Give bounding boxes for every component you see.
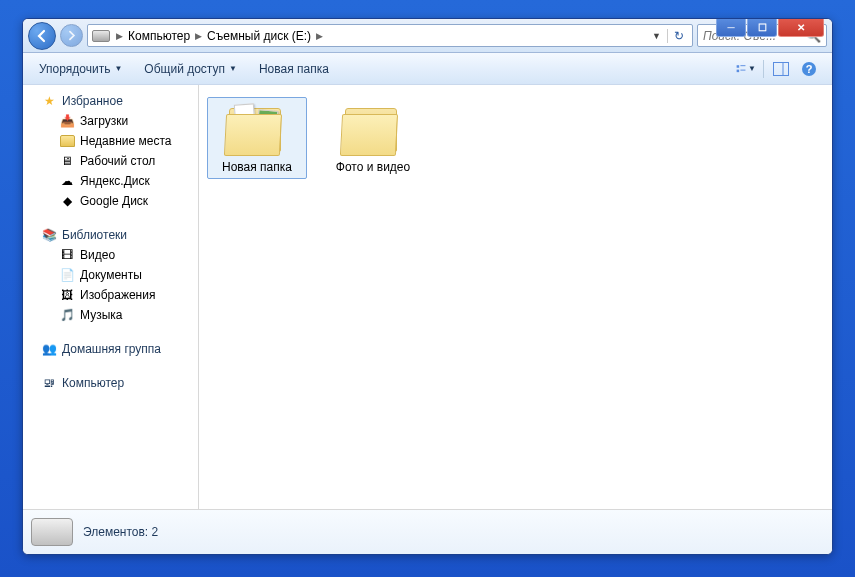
sidebar-computer[interactable]: 🖳 Компьютер <box>23 373 198 393</box>
sidebar-favorites[interactable]: ★ Избранное <box>23 91 198 111</box>
svg-rect-1 <box>740 65 745 66</box>
downloads-icon: 📥 <box>59 113 75 129</box>
navigation-bar: ▶ Компьютер ▶ Съемный диск (E:) ▶ ▼ ↻ 🔍 <box>23 19 832 53</box>
navigation-pane[interactable]: ★ Избранное 📥 Загрузки Недавние места 🖥 … <box>23 85 199 509</box>
preview-pane-button[interactable] <box>770 59 792 79</box>
sidebar-item-downloads[interactable]: 📥 Загрузки <box>23 111 198 131</box>
sidebar-item-images[interactable]: 🖼 Изображения <box>23 285 198 305</box>
file-view[interactable]: Новая папка Фото и видео <box>199 85 832 509</box>
breadcrumb-drive[interactable]: Съемный диск (E:) <box>204 29 314 43</box>
sidebar-item-recent[interactable]: Недавние места <box>23 131 198 151</box>
forward-button[interactable] <box>60 24 83 47</box>
sidebar-homegroup[interactable]: 👥 Домашняя группа <box>23 339 198 359</box>
back-button[interactable] <box>28 22 56 50</box>
homegroup-icon: 👥 <box>41 341 57 357</box>
minimize-button[interactable]: ─ <box>716 18 746 37</box>
drive-icon <box>31 518 73 546</box>
sidebar-item-music[interactable]: 🎵 Музыка <box>23 305 198 325</box>
sidebar-item-yandex[interactable]: ☁ Яндекс.Диск <box>23 171 198 191</box>
cloud-icon: ☁ <box>59 173 75 189</box>
sidebar-item-video[interactable]: 🎞 Видео <box>23 245 198 265</box>
status-item-count: Элементов: 2 <box>83 525 158 539</box>
explorer-body: ★ Избранное 📥 Загрузки Недавние места 🖥 … <box>23 85 832 509</box>
toolbar: Упорядочить ▼ Общий доступ ▼ Новая папка… <box>23 53 832 85</box>
desktop-icon: 🖥 <box>59 153 75 169</box>
chevron-down-icon: ▼ <box>748 64 756 73</box>
svg-rect-4 <box>774 62 789 75</box>
toolbar-divider <box>763 60 764 78</box>
breadcrumb-computer[interactable]: Компьютер <box>125 29 193 43</box>
sidebar-item-documents[interactable]: 📄 Документы <box>23 265 198 285</box>
music-icon: 🎵 <box>59 307 75 323</box>
svg-rect-0 <box>737 65 740 68</box>
document-icon: 📄 <box>59 267 75 283</box>
libraries-icon: 📚 <box>41 227 57 243</box>
chevron-down-icon: ▼ <box>229 64 237 73</box>
folder-icon <box>225 104 289 156</box>
new-folder-label: Новая папка <box>259 62 329 76</box>
view-mode-button[interactable]: ▼ <box>735 59 757 79</box>
video-icon: 🎞 <box>59 247 75 263</box>
chevron-right-icon: ▶ <box>114 31 125 41</box>
folder-item-new[interactable]: Новая папка <box>207 97 307 179</box>
svg-rect-2 <box>737 69 740 72</box>
window-controls: ─ ☐ ✕ <box>716 18 824 37</box>
sidebar-item-desktop[interactable]: 🖥 Рабочий стол <box>23 151 198 171</box>
chevron-down-icon: ▼ <box>114 64 122 73</box>
folder-item-photos[interactable]: Фото и видео <box>323 97 423 179</box>
status-bar: Элементов: 2 <box>23 509 832 554</box>
explorer-window: ─ ☐ ✕ ▶ Компьютер ▶ Съемный диск (E:) ▶ … <box>22 18 833 555</box>
chevron-right-icon: ▶ <box>193 31 204 41</box>
new-folder-button[interactable]: Новая папка <box>255 59 333 79</box>
svg-text:?: ? <box>806 63 813 75</box>
help-button[interactable]: ? <box>798 59 820 79</box>
favorites-label: Избранное <box>62 94 123 108</box>
images-icon: 🖼 <box>59 287 75 303</box>
chevron-right-icon: ▶ <box>314 31 325 41</box>
star-icon: ★ <box>41 93 57 109</box>
refresh-icon[interactable]: ↻ <box>667 29 690 43</box>
maximize-button[interactable]: ☐ <box>747 18 777 37</box>
svg-rect-3 <box>740 69 745 70</box>
drive-icon <box>92 30 110 42</box>
share-button[interactable]: Общий доступ ▼ <box>140 59 241 79</box>
address-bar[interactable]: ▶ Компьютер ▶ Съемный диск (E:) ▶ ▼ ↻ <box>87 24 693 47</box>
sidebar-libraries[interactable]: 📚 Библиотеки <box>23 225 198 245</box>
address-dropdown-icon[interactable]: ▼ <box>646 31 667 41</box>
share-label: Общий доступ <box>144 62 225 76</box>
computer-icon: 🖳 <box>41 375 57 391</box>
recent-icon <box>59 133 75 149</box>
folder-label: Фото и видео <box>336 160 410 174</box>
close-button[interactable]: ✕ <box>778 18 824 37</box>
google-drive-icon: ◆ <box>59 193 75 209</box>
folder-icon <box>341 104 405 156</box>
sidebar-item-google[interactable]: ◆ Google Диск <box>23 191 198 211</box>
organize-button[interactable]: Упорядочить ▼ <box>35 59 126 79</box>
folder-label: Новая папка <box>222 160 292 174</box>
organize-label: Упорядочить <box>39 62 110 76</box>
